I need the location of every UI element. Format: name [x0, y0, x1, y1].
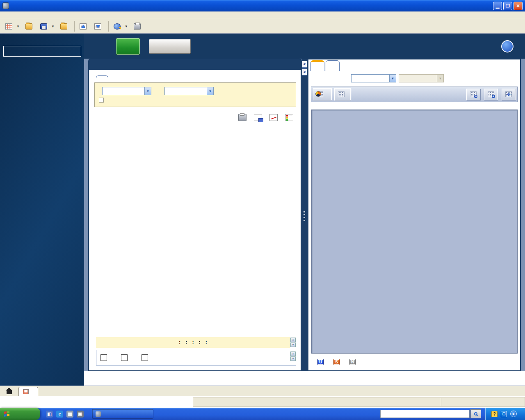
zoom-in-wells-button[interactable]: +: [466, 89, 480, 100]
experiment-header: [84, 34, 525, 59]
app-icon: [96, 411, 101, 417]
zoom-out-icon: −: [488, 91, 494, 97]
view-legend-button[interactable]: [334, 88, 351, 100]
target-select[interactable]: ▼: [102, 87, 151, 95]
menu-bar: [0, 11, 525, 19]
copy-plot-icon[interactable]: [254, 114, 262, 121]
wells-summary-bar: U S N: [308, 354, 520, 370]
standard-well-icon: S: [333, 359, 340, 365]
legend-item-unknown: [121, 354, 131, 361]
export-globe-icon: [114, 23, 121, 30]
toolbar-separator: [108, 21, 109, 32]
plot-properties-icon[interactable]: [269, 114, 278, 121]
tab-view-well-table[interactable]: [326, 60, 340, 71]
app-icon: [2, 2, 9, 9]
save-floppy-icon: [40, 23, 47, 30]
download-experiment-button[interactable]: [91, 21, 106, 32]
send-to-instrument-icon: [80, 23, 87, 30]
search-button[interactable]: [470, 409, 481, 418]
windows-logo-icon: [4, 411, 10, 416]
save-default-checkbox[interactable]: [99, 98, 104, 103]
legend-item-flagged: [142, 354, 151, 361]
collapse-left-arrow-icon[interactable]: <: [302, 61, 307, 68]
legend-grid-icon: [338, 91, 345, 97]
analysis-settings-button[interactable]: [149, 39, 191, 54]
chevron-down-icon: ▼: [16, 25, 20, 28]
toolbar-separator: [74, 21, 75, 32]
chevron-down-icon: ▼: [125, 25, 128, 28]
plate-grid: [311, 110, 518, 354]
select-wells-dropdown-1[interactable]: ▼: [351, 74, 396, 82]
hidden-icons-chevron-icon[interactable]: <: [510, 411, 517, 417]
wells-grid-icon: [317, 91, 323, 97]
document-tab-strip: [0, 386, 525, 396]
plate-toolbar: + − ✥: [311, 87, 518, 102]
tray-window-icon[interactable]: ❐: [501, 411, 507, 417]
internet-explorer-icon[interactable]: e: [56, 411, 63, 418]
print-plot-icon[interactable]: [238, 114, 247, 121]
analysis-nav-box: [3, 46, 81, 57]
zoom-in-icon: +: [470, 91, 477, 97]
new-experiment-icon: [5, 23, 12, 30]
plot-color-select[interactable]: ▼: [164, 87, 214, 95]
close-folder-icon: [60, 23, 67, 30]
color-wheel-icon: [315, 91, 321, 97]
taskbar-app-button[interactable]: [92, 409, 153, 419]
start-button[interactable]: [0, 408, 40, 420]
zoom-out-wells-button[interactable]: −: [484, 89, 498, 100]
quicklaunch-app-icon[interactable]: ◧: [46, 411, 53, 418]
help-button[interactable]: [501, 40, 514, 52]
status-strip: [0, 396, 525, 408]
new-experiment-button[interactable]: ▼: [2, 21, 23, 32]
device-icon[interactable]: ▣: [77, 411, 84, 418]
close-button[interactable]: ✕: [514, 2, 523, 10]
plot-settings-tab[interactable]: [96, 75, 108, 78]
chevron-down-icon: ▼: [389, 75, 396, 82]
tab-open-experiment[interactable]: [18, 387, 38, 396]
home-icon: [7, 390, 12, 394]
legend-scroll-spinner[interactable]: ▲▼: [290, 352, 296, 361]
flagged-color-swatch: [142, 354, 148, 361]
save-button[interactable]: ▼: [37, 21, 57, 32]
search-desktop-input[interactable]: [380, 410, 470, 418]
standard-curve-chart: [89, 124, 301, 336]
standard-curve-panel-title: [89, 59, 301, 70]
quick-launch: ◧ e ▦ ▣: [46, 411, 84, 418]
unknown-color-swatch: [121, 354, 128, 361]
fit-icon: ✥: [505, 91, 512, 97]
chevron-down-icon: ▼: [144, 87, 151, 95]
chevron-down-icon: ▼: [207, 87, 213, 95]
minimize-button[interactable]: ▁: [493, 2, 502, 10]
tab-view-plate-layout[interactable]: [310, 60, 324, 71]
main-toolbar: ▼ ▼ ▼: [0, 19, 525, 34]
expand-right-arrow-icon[interactable]: >: [302, 68, 307, 75]
send-experiment-button[interactable]: [77, 21, 91, 32]
tab-home[interactable]: [2, 387, 18, 396]
open-button[interactable]: [23, 21, 37, 32]
print-report-button[interactable]: [131, 21, 146, 32]
splitter-handle[interactable]: [304, 211, 305, 222]
window-titlebar: ▁ ❐ ✕: [0, 0, 525, 11]
system-tray: ? ❐ <: [485, 408, 525, 420]
calculator-icon[interactable]: ▦: [66, 411, 73, 418]
open-folder-icon: [25, 23, 32, 30]
restore-button[interactable]: ❐: [503, 2, 512, 10]
tray-alert-icon[interactable]: ?: [491, 411, 498, 417]
export-button[interactable]: ▼: [111, 21, 131, 32]
windows-taskbar: ◧ e ▦ ▣ ? ❐ <: [0, 408, 525, 420]
show-in-wells-button[interactable]: [313, 88, 332, 100]
status-panel: [193, 397, 525, 407]
plot-legend-icon[interactable]: [285, 114, 293, 121]
download-from-instrument-icon: [94, 23, 101, 30]
plot-settings-box: ▼ ▼: [94, 82, 296, 107]
fit-plate-button[interactable]: ✥: [502, 89, 516, 100]
stats-scroll-spinner[interactable]: ▲▼: [290, 338, 296, 347]
chevron-down-icon: ▼: [437, 75, 443, 82]
unknown-well-icon: U: [317, 359, 324, 365]
analysis-summary-bar: [84, 371, 525, 386]
panel-splitter[interactable]: < >: [301, 59, 308, 371]
analyze-button[interactable]: [116, 38, 140, 55]
experiment-doc-icon: [23, 389, 29, 394]
status-divider: [441, 398, 441, 406]
close-experiment-button[interactable]: [57, 21, 72, 32]
